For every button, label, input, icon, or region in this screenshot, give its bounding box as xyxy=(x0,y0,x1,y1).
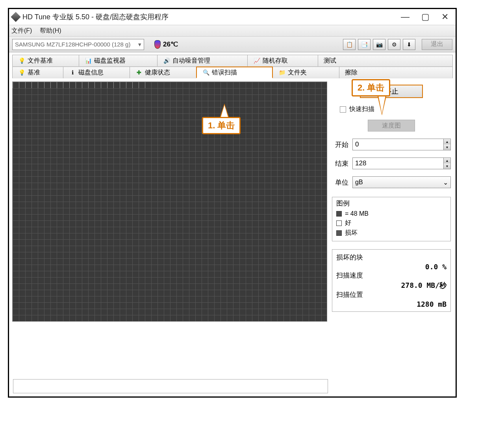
magnifier-icon: 🔍 xyxy=(202,69,209,76)
exit-button[interactable]: 退出 xyxy=(422,39,452,50)
chart-icon: 📊 xyxy=(85,57,92,64)
callout-1: 1. 单击 xyxy=(202,117,241,134)
callout-2: 2. 单击 xyxy=(352,79,390,96)
tab-disk-monitor[interactable]: 📊 磁盘监视器 xyxy=(79,55,158,67)
right-panel: 停止 快速扫描 速度图 开始 0 ▲ ▼ 结束 128 xyxy=(330,81,452,322)
end-spinner[interactable]: 128 ▲ ▼ xyxy=(352,157,451,169)
scan-grid xyxy=(12,81,327,322)
options-button[interactable]: ⚙ xyxy=(388,39,400,50)
start-up-arrow[interactable]: ▲ xyxy=(443,139,450,144)
status-bar xyxy=(13,379,328,393)
damaged-blocks-label: 损坏的块 xyxy=(336,253,447,262)
tab-error-scan[interactable]: 🔍 错误扫描 xyxy=(196,67,273,78)
temperature-display: 26℃ xyxy=(154,40,178,49)
tab-random-access[interactable]: 📈 随机存取 xyxy=(247,55,318,67)
legend-title: 图例 xyxy=(336,199,447,208)
app-window: HD Tune 专业版 5.50 - 硬盘/固态硬盘实用程序 — ▢ ✕ 文件(… xyxy=(8,8,457,398)
file-benchmark-icon: 💡 xyxy=(18,57,25,64)
legend-ok-icon xyxy=(336,220,342,226)
info-icon: ℹ xyxy=(69,69,76,76)
scan-position-label: 扫描位置 xyxy=(336,290,447,299)
tab-container: 💡 文件基准 📊 磁盘监视器 🔊 自动噪音管理 📈 随机存取 测试 💡 xyxy=(9,52,456,78)
thermometer-icon xyxy=(154,40,161,49)
end-value: 128 xyxy=(353,159,443,167)
legend-damaged-icon xyxy=(336,230,342,236)
minimize-button[interactable]: — xyxy=(401,12,410,22)
legend-block-icon xyxy=(336,211,342,217)
close-button[interactable]: ✕ xyxy=(441,12,448,22)
tab-folder[interactable]: 📁 文件夹 xyxy=(272,67,339,78)
stats-box: 损坏的块 0.0 % 扫描速度 278.0 MB/秒 扫描位置 1280 mB xyxy=(332,249,451,312)
unit-dropdown[interactable]: gB ⌄ xyxy=(352,176,451,188)
legend-ok-label: 好 xyxy=(345,219,351,227)
screenshot-button[interactable]: 📷 xyxy=(373,39,385,50)
titlebar: HD Tune 专业版 5.50 - 硬盘/固态硬盘实用程序 — ▢ ✕ xyxy=(9,9,456,25)
drive-select-value: SAMSUNG MZ7LF128HCHP-00000 (128 g) xyxy=(15,41,130,48)
scan-position-value: 1280 mB xyxy=(336,300,447,308)
start-value: 0 xyxy=(353,141,443,148)
legend-damaged-label: 损坏 xyxy=(345,229,358,237)
tab-info[interactable]: ℹ 磁盘信息 xyxy=(63,67,130,78)
menu-help[interactable]: 帮助(H) xyxy=(40,27,61,35)
scan-speed-value: 278.0 MB/秒 xyxy=(336,281,447,290)
copy-multi-icon: 📑 xyxy=(361,41,368,48)
unit-value: gB xyxy=(355,179,363,186)
toolbar: SAMSUNG MZ7LF128HCHP-00000 (128 g) ▾ 26℃… xyxy=(9,37,456,52)
folder-icon: 📁 xyxy=(278,69,285,76)
drive-select[interactable]: SAMSUNG MZ7LF128HCHP-00000 (128 g) ▾ xyxy=(12,39,144,50)
start-down-arrow[interactable]: ▼ xyxy=(443,144,450,150)
grid-pattern xyxy=(13,82,327,321)
tab-erase[interactable]: 擦除 xyxy=(339,67,453,78)
save-button[interactable]: ⬇ xyxy=(403,39,415,50)
menu-file[interactable]: 文件(F) xyxy=(11,27,32,35)
copy-screenshot-button[interactable]: 📑 xyxy=(358,39,371,50)
chevron-down-icon: ⌄ xyxy=(443,179,448,186)
callout-1-tail xyxy=(220,104,229,118)
scan-progress-row xyxy=(13,82,151,88)
tab-extra-test[interactable]: 测试 xyxy=(318,55,453,67)
quick-scan-label: 快速扫描 xyxy=(349,105,374,113)
menubar: 文件(F) 帮助(H) xyxy=(9,25,456,37)
callout-2-tail xyxy=(377,95,387,115)
random-icon: 📈 xyxy=(253,57,260,64)
legend-block-size: = 48 MB xyxy=(345,210,369,217)
speed-map-button[interactable]: 速度图 xyxy=(368,120,415,131)
start-label: 开始 xyxy=(332,140,348,149)
download-icon: ⬇ xyxy=(407,41,411,48)
end-up-arrow[interactable]: ▲ xyxy=(443,158,450,163)
camera-icon: 📷 xyxy=(376,41,383,48)
copy-icon: 📋 xyxy=(346,41,353,48)
end-label: 结束 xyxy=(332,159,348,168)
gear-icon: ⚙ xyxy=(392,41,397,48)
damaged-blocks-value: 0.0 % xyxy=(336,263,447,271)
speaker-icon: 🔊 xyxy=(163,57,170,64)
chevron-down-icon: ▾ xyxy=(138,41,141,48)
tab-benchmark[interactable]: 💡 基准 xyxy=(12,67,63,78)
tab-auto-noise[interactable]: 🔊 自动噪音管理 xyxy=(157,55,248,67)
benchmark-icon: 💡 xyxy=(18,69,25,76)
plus-icon: ✚ xyxy=(135,69,143,76)
end-down-arrow[interactable]: ▼ xyxy=(443,163,450,169)
copy-info-button[interactable]: 📋 xyxy=(343,39,356,50)
window-title: HD Tune 专业版 5.50 - 硬盘/固态硬盘实用程序 xyxy=(22,12,401,22)
scan-speed-label: 扫描速度 xyxy=(336,271,447,280)
maximize-button[interactable]: ▢ xyxy=(421,12,430,22)
app-icon xyxy=(11,12,20,22)
temperature-value: 26℃ xyxy=(163,40,178,48)
content-area: 停止 快速扫描 速度图 开始 0 ▲ ▼ 结束 128 xyxy=(9,78,456,325)
tab-file-benchmark[interactable]: 💡 文件基准 xyxy=(12,55,79,67)
start-spinner[interactable]: 0 ▲ ▼ xyxy=(352,139,451,150)
tab-health[interactable]: ✚ 健康状态 xyxy=(130,67,196,78)
legend-group: 图例 = 48 MB 好 损坏 xyxy=(332,197,451,241)
unit-label: 单位 xyxy=(332,178,348,187)
quick-scan-checkbox[interactable] xyxy=(340,106,346,113)
